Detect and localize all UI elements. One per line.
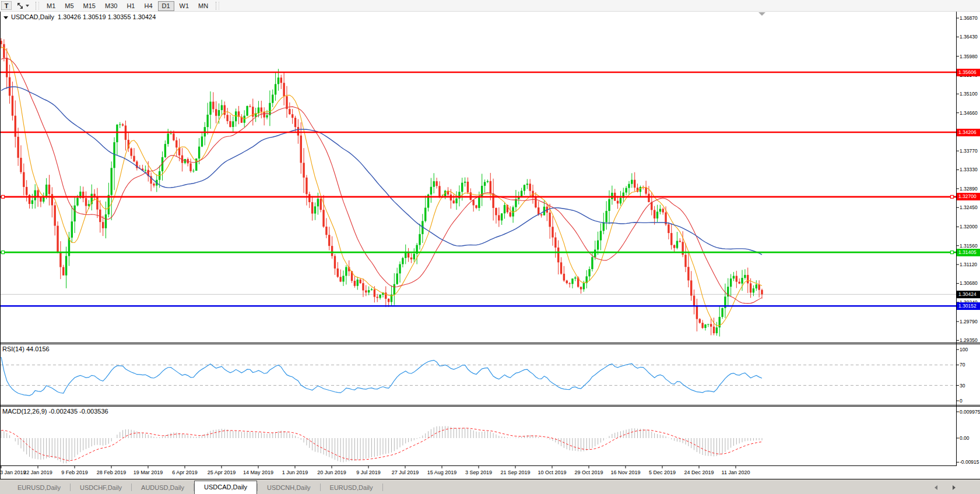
hline-price-tag[interactable]: 1.34206 (957, 129, 980, 136)
symbol-dropdown-icon[interactable] (3, 16, 8, 19)
date-axis-label: 9 Jul 2019 (356, 470, 381, 475)
toolbar-separator (36, 2, 39, 10)
timeframe-group: M1M5M15M30H1H4D1W1MN (42, 0, 213, 11)
timeframe-w1[interactable]: W1 (175, 1, 194, 11)
macd-indicator-label: MACD(12,26,9) -0.002435 -0.003536 (2, 408, 108, 415)
date-axis-label: 25 Apr 2019 (208, 470, 236, 475)
timeframe-m15[interactable]: M15 (79, 1, 100, 11)
macd-axis-tick: 0.00 (960, 435, 970, 442)
tab-usdcnh-daily[interactable]: USDCNH,Daily (258, 482, 320, 494)
timeframe-mn[interactable]: MN (194, 1, 212, 11)
tab-scroll-right-icon[interactable] (953, 485, 956, 490)
date-axis-label: 20 Jun 2019 (317, 470, 346, 475)
rsi-axis-tick: 100 (960, 346, 968, 353)
chart-ohlc-values: 1.30426 1.30519 1.30355 1.30424 (58, 13, 156, 20)
date-axis-label: 14 May 2019 (243, 470, 273, 475)
price-axis-tick: 1.36870 (960, 15, 978, 22)
tab-scroll-left-icon[interactable] (935, 485, 937, 490)
tab-divider (382, 484, 383, 491)
macd-axis-tick: 0.009975 (960, 408, 980, 415)
price-axis-tick: 1.30680 (960, 280, 978, 287)
timeframe-m5[interactable]: M5 (61, 1, 78, 11)
date-axis-label: 3 Jan 2019 (0, 470, 26, 475)
hline-price-tag[interactable]: 1.31405 (957, 249, 980, 256)
date-axis-label: 16 Nov 2019 (610, 470, 640, 475)
dropdown-caret-icon (26, 5, 29, 7)
tab-usdchf-daily[interactable]: USDCHF,Daily (71, 482, 131, 494)
tab-eurusd-daily[interactable]: EURUSD,Daily (321, 482, 382, 494)
timeframe-m30[interactable]: M30 (101, 1, 121, 11)
date-axis-label: 9 Feb 2019 (61, 470, 88, 475)
timeframe-h4[interactable]: H4 (140, 1, 156, 11)
text-tool-button[interactable]: T (1, 1, 12, 10)
toolbar: T M1M5M15M30H1H4D1W1MN (0, 0, 980, 12)
arrows-icon (16, 2, 24, 9)
date-axis-label: 24 Dec 2019 (684, 470, 714, 475)
rsi-axis-tick: 70 (960, 361, 965, 368)
tab-audusd-daily[interactable]: AUDUSD,Daily (132, 482, 194, 494)
date-axis-label: 3 Sep 2019 (465, 470, 492, 475)
current-price-tag: 1.30424 (957, 291, 980, 298)
date-axis-label: 15 Aug 2019 (427, 470, 457, 475)
date-axis-label: 19 Mar 2019 (134, 470, 163, 475)
price-axis-tick: 1.36430 (960, 33, 978, 40)
date-axis-label: 10 Oct 2019 (538, 470, 566, 475)
price-axis-tick: 1.34660 (960, 110, 978, 117)
price-axis-tick: 1.32450 (960, 204, 978, 211)
chart-overlays: USDCAD,Daily 1.30426 1.30519 1.30355 1.3… (0, 0, 980, 494)
price-axis-tick: 1.33770 (960, 147, 978, 154)
price-axis-tick: 1.29350 (960, 337, 978, 344)
date-axis-label: 27 Jul 2019 (392, 470, 419, 475)
rsi-axis-tick: 30 (960, 382, 965, 389)
date-axis-label: 21 Sep 2019 (500, 470, 530, 475)
toolbar-separator (216, 2, 219, 10)
price-axis-tick: 1.33330 (960, 166, 978, 173)
date-axis-label: 11 Jan 2020 (722, 470, 750, 475)
price-axis-tick: 1.35980 (960, 53, 978, 60)
hline-price-tag[interactable]: 1.30152 (957, 302, 980, 310)
hline-price-tag[interactable]: 1.35606 (957, 69, 980, 76)
date-axis-label: 22 Jan 2019 (23, 470, 52, 475)
trading-terminal-window: T M1M5M15M30H1H4D1W1MN USDCAD,Daily 1.30… (0, 0, 980, 494)
arrows-tool-button[interactable] (14, 1, 31, 10)
price-axis-tick: 1.32890 (960, 185, 978, 192)
timeframe-m1[interactable]: M1 (43, 1, 59, 11)
chart-tabs: EURUSD,DailyUSDCHF,DailyAUDUSD,DailyUSDC… (0, 479, 383, 494)
hline-price-tag[interactable]: 1.32700 (957, 193, 980, 200)
price-axis-tick: 1.32000 (960, 223, 978, 230)
rsi-indicator-label: RSI(14) 44.0156 (2, 345, 50, 352)
date-axis-label: 1 Jun 2019 (282, 470, 308, 475)
tab-usdcad-daily[interactable]: USDCAD,Daily (194, 481, 257, 494)
price-axis-tick: 1.31120 (960, 261, 977, 268)
chart-symbol-label: USDCAD,Daily (11, 13, 54, 20)
date-axis-label: 28 Feb 2019 (97, 470, 127, 475)
tab-eurusd-daily[interactable]: EURUSD,Daily (8, 482, 70, 494)
chart-tabs-bar: EURUSD,DailyUSDCHF,DailyAUDUSD,DailyUSDC… (0, 479, 980, 494)
date-axis-label: 29 Oct 2019 (574, 470, 603, 475)
date-axis-label: 6 Apr 2019 (172, 470, 198, 475)
price-axis-tick: 1.29790 (960, 318, 978, 325)
date-axis-label: 5 Dec 2019 (649, 470, 676, 475)
timeframe-h1[interactable]: H1 (122, 1, 139, 11)
rsi-axis-tick: 0 (960, 397, 963, 404)
macd-axis-tick: -0.00915 (960, 458, 979, 465)
price-axis-tick: 1.35100 (960, 90, 978, 97)
timeframe-d1[interactable]: D1 (158, 1, 174, 11)
tab-scroll-arrows (935, 485, 956, 490)
chart-title: USDCAD,Daily 1.30426 1.30519 1.30355 1.3… (3, 13, 156, 20)
